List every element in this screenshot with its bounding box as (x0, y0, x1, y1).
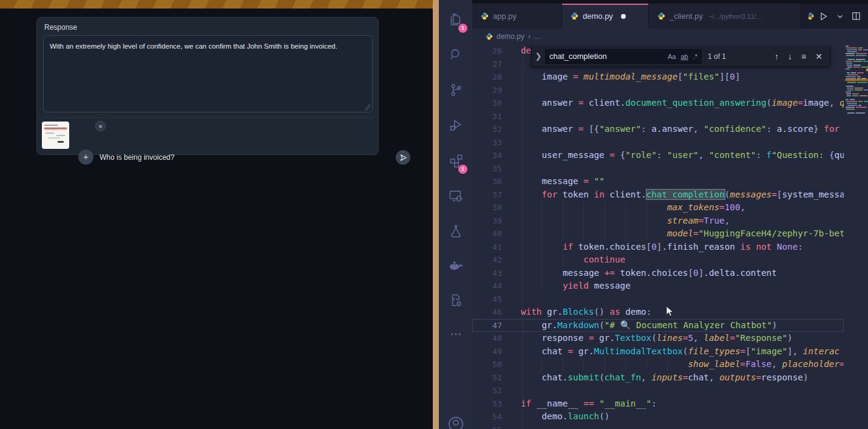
desktop-gap (433, 0, 439, 429)
code-line-29[interactable]: 29 (472, 84, 844, 97)
line-number: 33 (472, 136, 521, 149)
code-line-49[interactable]: 49 chat = gr.MultimodalTextbox(file_type… (472, 345, 844, 359)
code-line-52[interactable]: 52 (472, 384, 844, 397)
tab-label: app.py (493, 12, 517, 21)
gradio-panel: Response With an extremely high level of… (36, 17, 379, 155)
find-in-selection-button[interactable]: ≡ (801, 52, 806, 61)
line-number: 34 (472, 149, 521, 162)
screen: Response With an extremely high level of… (0, 0, 868, 429)
breadcrumb[interactable]: demo.py › ... (472, 29, 868, 44)
run-button[interactable] (819, 12, 829, 21)
code-line-50[interactable]: 50 show_label=False, placeholder= (472, 358, 844, 371)
find-query[interactable]: chat_completion (549, 52, 663, 61)
line-number: 53 (472, 397, 521, 411)
explorer-icon[interactable]: 1 (439, 7, 472, 32)
match-case-toggle[interactable]: Aa (668, 53, 676, 60)
find-input[interactable]: chat_completion Aa ab .* (545, 49, 702, 64)
explorer-badge: 1 (458, 24, 467, 33)
code-line-30[interactable]: 30 answer = client.document_question_ans… (472, 97, 844, 110)
code-line-31[interactable]: 31 (472, 110, 844, 123)
line-number: 55 (472, 424, 521, 429)
line-number: 43 (472, 267, 521, 280)
tab-client-py[interactable]: _client.py ~/.../python3.11/... (649, 4, 801, 29)
line-number: 52 (472, 384, 521, 397)
code-line-36[interactable]: 36 message = "" (472, 175, 844, 188)
run-dropdown-chevron-icon[interactable] (837, 13, 843, 19)
regex-toggle[interactable]: .* (693, 53, 697, 60)
code-line-46[interactable]: 46with gr.Blocks() as demo: (472, 306, 844, 319)
code-line-42[interactable]: 42 continue (472, 253, 844, 267)
find-results-count: 1 of 1 (708, 52, 726, 61)
breadcrumb-more[interactable]: ... (534, 32, 540, 41)
line-number: 49 (472, 345, 521, 359)
code-line-41[interactable]: 41 if token.choices[0].finish_reason is … (472, 241, 844, 254)
overflow-tab-python-icon[interactable] (809, 12, 815, 20)
account-icon[interactable] (439, 412, 472, 429)
send-button[interactable] (396, 150, 410, 165)
code-line-38[interactable]: 38 max_tokens=100, (472, 201, 844, 214)
code-line-45[interactable]: 45 (472, 293, 844, 306)
line-number: 39 (472, 214, 521, 228)
find-previous-button[interactable]: ↑ (775, 52, 779, 61)
find-close-button[interactable]: ✕ (815, 52, 822, 61)
tab-app-py[interactable]: app.py (472, 4, 562, 29)
code-line-54[interactable]: 54 demo.launch() (472, 410, 844, 424)
minimap[interactable] (845, 44, 868, 120)
resize-handle[interactable] (365, 105, 371, 111)
tab-demo-py[interactable]: demo.py (562, 4, 649, 29)
add-file-button[interactable]: + (78, 149, 93, 165)
code-line-55[interactable]: 55 (472, 424, 844, 429)
find-widget: ❯ chat_completion Aa ab .* 1 of 1 ↑ ↓ ≡ … (531, 46, 830, 67)
attached-invoice-thumbnail[interactable] (42, 122, 69, 149)
editor-actions (809, 4, 868, 29)
code-line-37[interactable]: 37 for token in client.chat_completion(m… (472, 188, 844, 202)
run-debug-icon[interactable] (439, 113, 472, 137)
file-settings-icon[interactable] (439, 288, 472, 312)
source-control-icon[interactable] (439, 78, 472, 102)
code-line-35[interactable]: 35 (472, 162, 844, 176)
code-line-32[interactable]: 32 answer = [{"answer": a.answer, "confi… (472, 123, 844, 136)
testing-icon[interactable] (439, 219, 472, 243)
chat-input[interactable]: Who is being invoiced? (100, 153, 174, 162)
remove-attachment-button[interactable]: × (95, 121, 106, 131)
more-icon[interactable] (439, 322, 472, 346)
code-line-47[interactable]: 47 gr.Markdown("# 🔍 Document Analyzer Ch… (472, 319, 844, 332)
split-editor-button[interactable] (852, 12, 861, 21)
code-line-53[interactable]: 53if __name__ == "__main__": (472, 397, 844, 411)
code-line-39[interactable]: 39 stream=True, (472, 214, 844, 228)
remote-explorer-icon[interactable] (439, 184, 472, 208)
code-editor[interactable]: 26de2728 image = multimodal_message["fil… (472, 44, 844, 429)
line-number: 51 (472, 371, 521, 385)
code-line-43[interactable]: 43 message += token.choices[0].delta.con… (472, 267, 844, 280)
extensions-badge: 1 (458, 165, 467, 174)
docker-icon[interactable] (439, 254, 472, 278)
tab-label: _client.py (670, 12, 703, 21)
code-line-44[interactable]: 44 yield message (472, 280, 844, 293)
modified-dot-icon[interactable] (621, 14, 626, 19)
breadcrumb-file[interactable]: demo.py (497, 32, 524, 41)
whole-word-toggle[interactable]: ab (680, 53, 688, 60)
search-icon[interactable] (439, 43, 472, 67)
send-icon (399, 154, 407, 162)
code-line-28[interactable]: 28 image = multimodal_message["files"][0… (472, 70, 844, 84)
line-number: 27 (472, 58, 521, 71)
code-line-48[interactable]: 48 response = gr.Textbox(lines=5, label=… (472, 332, 844, 345)
line-number: 42 (472, 253, 521, 267)
browser-top-strip (0, 0, 433, 9)
line-number: 32 (472, 123, 521, 136)
code-line-51[interactable]: 51 chat.submit(chat_fn, inputs=chat, out… (472, 371, 844, 385)
vscode-window: 1 (439, 0, 868, 429)
toggle-replace-chevron-icon[interactable]: ❯ (532, 52, 545, 61)
extensions-icon[interactable]: 1 (439, 148, 472, 173)
line-number: 38 (472, 201, 521, 214)
code-line-33[interactable]: 33 (472, 136, 844, 149)
code-line-34[interactable]: 34 user_message = {"role": "user", "cont… (472, 149, 844, 162)
response-textarea[interactable]: With an extremely high level of confiden… (43, 35, 373, 112)
code-line-40[interactable]: 40 model="HuggingFaceH4/zephyr-7b-beta (472, 227, 844, 241)
tab-path: ~/.../python3.11/... (708, 13, 762, 20)
python-icon (657, 12, 665, 20)
line-number: 36 (472, 175, 521, 188)
line-number: 46 (472, 306, 521, 319)
find-next-button[interactable]: ↓ (788, 52, 792, 61)
line-number: 48 (472, 332, 521, 345)
